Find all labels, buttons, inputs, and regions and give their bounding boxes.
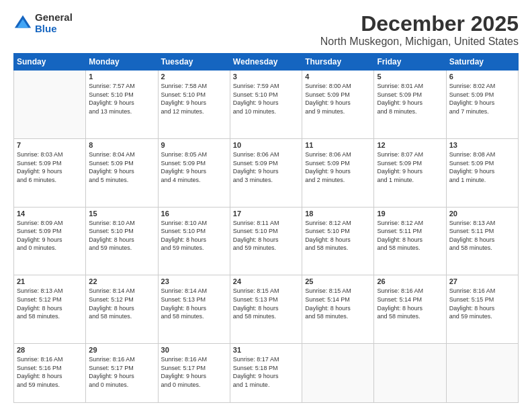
calendar-cell: 12Sunrise: 8:07 AM Sunset: 5:09 PM Dayli… (374, 138, 446, 207)
calendar-cell: 25Sunrise: 8:15 AM Sunset: 5:14 PM Dayli… (302, 275, 374, 344)
day-info: Sunrise: 8:04 AM Sunset: 5:09 PM Dayligh… (89, 150, 154, 184)
day-number: 19 (377, 210, 443, 218)
week-row-4: 21Sunrise: 8:13 AM Sunset: 5:12 PM Dayli… (14, 275, 519, 344)
day-info: Sunrise: 8:02 AM Sunset: 5:09 PM Dayligh… (449, 82, 515, 116)
day-info: Sunrise: 7:57 AM Sunset: 5:10 PM Dayligh… (89, 82, 154, 116)
weekday-header-row: SundayMondayTuesdayWednesdayThursdayFrid… (14, 54, 519, 71)
day-info: Sunrise: 8:08 AM Sunset: 5:09 PM Dayligh… (449, 150, 515, 184)
weekday-header-sunday: Sunday (14, 54, 86, 71)
day-info: Sunrise: 8:13 AM Sunset: 5:12 PM Dayligh… (17, 287, 83, 320)
day-number: 12 (377, 141, 443, 149)
calendar-cell: 1Sunrise: 7:57 AM Sunset: 5:10 PM Daylig… (86, 71, 158, 139)
logo-icon (13, 14, 32, 33)
day-info: Sunrise: 7:58 AM Sunset: 5:10 PM Dayligh… (161, 82, 227, 116)
location-title: North Muskegon, Michigan, United States (320, 36, 519, 48)
day-number: 3 (233, 73, 299, 81)
day-info: Sunrise: 8:10 AM Sunset: 5:10 PM Dayligh… (89, 219, 154, 253)
calendar-cell: 7Sunrise: 8:03 AM Sunset: 5:09 PM Daylig… (14, 138, 86, 207)
day-info: Sunrise: 8:16 AM Sunset: 5:15 PM Dayligh… (449, 287, 515, 320)
day-number: 7 (17, 141, 83, 149)
weekday-header-wednesday: Wednesday (230, 54, 302, 71)
day-number: 8 (89, 141, 154, 149)
day-number: 15 (89, 210, 154, 218)
day-number: 11 (305, 141, 371, 149)
day-info: Sunrise: 8:16 AM Sunset: 5:17 PM Dayligh… (89, 355, 154, 389)
day-number: 22 (89, 277, 154, 285)
weekday-header-thursday: Thursday (302, 54, 374, 71)
day-number: 16 (161, 210, 227, 218)
weekday-header-tuesday: Tuesday (158, 54, 230, 71)
calendar-cell (302, 344, 374, 403)
title-section: December 2025 North Muskegon, Michigan, … (320, 12, 519, 48)
day-info: Sunrise: 8:12 AM Sunset: 5:11 PM Dayligh… (377, 219, 443, 253)
day-number: 31 (233, 346, 299, 354)
day-info: Sunrise: 8:09 AM Sunset: 5:09 PM Dayligh… (17, 219, 83, 253)
week-row-1: 1Sunrise: 7:57 AM Sunset: 5:10 PM Daylig… (14, 71, 519, 139)
day-number: 23 (161, 277, 227, 285)
calendar-cell: 21Sunrise: 8:13 AM Sunset: 5:12 PM Dayli… (14, 275, 86, 344)
day-number: 26 (377, 277, 443, 285)
calendar-cell: 11Sunrise: 8:06 AM Sunset: 5:09 PM Dayli… (302, 138, 374, 207)
day-number: 27 (449, 277, 515, 285)
day-number: 28 (17, 346, 83, 354)
day-info: Sunrise: 8:16 AM Sunset: 5:17 PM Dayligh… (161, 355, 227, 389)
day-info: Sunrise: 8:15 AM Sunset: 5:14 PM Dayligh… (305, 287, 371, 320)
calendar-cell: 23Sunrise: 8:14 AM Sunset: 5:13 PM Dayli… (158, 275, 230, 344)
logo-text: General Blue (35, 12, 73, 34)
calendar-cell: 20Sunrise: 8:13 AM Sunset: 5:11 PM Dayli… (446, 207, 518, 275)
calendar-cell: 14Sunrise: 8:09 AM Sunset: 5:09 PM Dayli… (14, 207, 86, 275)
logo-general: General (35, 12, 73, 24)
day-info: Sunrise: 8:16 AM Sunset: 5:16 PM Dayligh… (17, 355, 83, 389)
calendar-cell: 2Sunrise: 7:58 AM Sunset: 5:10 PM Daylig… (158, 71, 230, 139)
calendar-cell: 22Sunrise: 8:14 AM Sunset: 5:12 PM Dayli… (86, 275, 158, 344)
calendar-cell: 17Sunrise: 8:11 AM Sunset: 5:10 PM Dayli… (230, 207, 302, 275)
day-number: 29 (89, 346, 154, 354)
calendar-cell: 31Sunrise: 8:17 AM Sunset: 5:18 PM Dayli… (230, 344, 302, 403)
day-info: Sunrise: 8:14 AM Sunset: 5:12 PM Dayligh… (89, 287, 154, 320)
calendar-cell (374, 344, 446, 403)
day-info: Sunrise: 8:15 AM Sunset: 5:13 PM Dayligh… (233, 287, 299, 320)
calendar-cell: 16Sunrise: 8:10 AM Sunset: 5:10 PM Dayli… (158, 207, 230, 275)
calendar-cell: 15Sunrise: 8:10 AM Sunset: 5:10 PM Dayli… (86, 207, 158, 275)
calendar-cell: 29Sunrise: 8:16 AM Sunset: 5:17 PM Dayli… (86, 344, 158, 403)
day-number: 21 (17, 277, 83, 285)
calendar-cell: 28Sunrise: 8:16 AM Sunset: 5:16 PM Dayli… (14, 344, 86, 403)
day-number: 5 (377, 73, 443, 81)
day-info: Sunrise: 7:59 AM Sunset: 5:10 PM Dayligh… (233, 82, 299, 116)
weekday-header-saturday: Saturday (446, 54, 518, 71)
calendar-cell (446, 344, 518, 403)
day-number: 10 (233, 141, 299, 149)
day-info: Sunrise: 8:16 AM Sunset: 5:14 PM Dayligh… (377, 287, 443, 320)
day-number: 17 (233, 210, 299, 218)
calendar-cell: 13Sunrise: 8:08 AM Sunset: 5:09 PM Dayli… (446, 138, 518, 207)
calendar-cell: 30Sunrise: 8:16 AM Sunset: 5:17 PM Dayli… (158, 344, 230, 403)
calendar-cell: 19Sunrise: 8:12 AM Sunset: 5:11 PM Dayli… (374, 207, 446, 275)
calendar-cell: 26Sunrise: 8:16 AM Sunset: 5:14 PM Dayli… (374, 275, 446, 344)
weekday-header-monday: Monday (86, 54, 158, 71)
day-info: Sunrise: 8:14 AM Sunset: 5:13 PM Dayligh… (161, 287, 227, 320)
calendar-cell: 27Sunrise: 8:16 AM Sunset: 5:15 PM Dayli… (446, 275, 518, 344)
day-number: 14 (17, 210, 83, 218)
day-info: Sunrise: 8:00 AM Sunset: 5:09 PM Dayligh… (305, 82, 371, 116)
logo-blue: Blue (35, 24, 73, 35)
calendar-cell: 18Sunrise: 8:12 AM Sunset: 5:10 PM Dayli… (302, 207, 374, 275)
calendar-cell (14, 71, 86, 139)
header: General Blue December 2025 North Muskego… (13, 12, 519, 48)
day-number: 1 (89, 73, 154, 81)
day-number: 30 (161, 346, 227, 354)
day-number: 9 (161, 141, 227, 149)
calendar-cell: 3Sunrise: 7:59 AM Sunset: 5:10 PM Daylig… (230, 71, 302, 139)
day-info: Sunrise: 8:06 AM Sunset: 5:09 PM Dayligh… (305, 150, 371, 184)
calendar-cell: 10Sunrise: 8:06 AM Sunset: 5:09 PM Dayli… (230, 138, 302, 207)
day-number: 24 (233, 277, 299, 285)
day-info: Sunrise: 8:10 AM Sunset: 5:10 PM Dayligh… (161, 219, 227, 253)
calendar-cell: 6Sunrise: 8:02 AM Sunset: 5:09 PM Daylig… (446, 71, 518, 139)
calendar-cell: 9Sunrise: 8:05 AM Sunset: 5:09 PM Daylig… (158, 138, 230, 207)
day-info: Sunrise: 8:01 AM Sunset: 5:09 PM Dayligh… (377, 82, 443, 116)
calendar: SundayMondayTuesdayWednesdayThursdayFrid… (13, 53, 519, 403)
month-title: December 2025 (320, 12, 519, 36)
day-info: Sunrise: 8:07 AM Sunset: 5:09 PM Dayligh… (377, 150, 443, 184)
day-info: Sunrise: 8:03 AM Sunset: 5:09 PM Dayligh… (17, 150, 83, 184)
day-info: Sunrise: 8:05 AM Sunset: 5:09 PM Dayligh… (161, 150, 227, 184)
page: General Blue December 2025 North Muskego… (0, 0, 532, 411)
